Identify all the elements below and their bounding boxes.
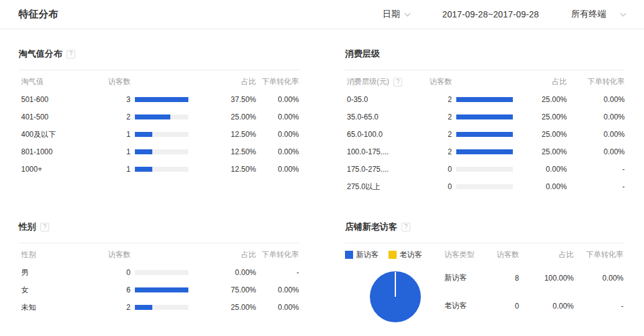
table-body: 男 0 0.00% - 女 6 75.00% 0.00% 未知 2 <box>19 264 299 316</box>
column-header-ratio: 占比 <box>519 250 574 260</box>
conversion-value: 0.00% <box>567 113 625 121</box>
conversion-value: - <box>567 182 625 191</box>
bar-cell <box>131 167 188 172</box>
bar-fill <box>135 167 152 172</box>
visitor-count: 8 <box>488 274 519 282</box>
bar-cell <box>131 97 188 102</box>
help-icon[interactable]: ? <box>393 78 402 86</box>
bar-track <box>456 184 513 189</box>
help-icon[interactable]: ? <box>402 223 410 231</box>
date-filter-dropdown[interactable]: 日期 <box>382 9 410 20</box>
row-label: 1000+ <box>21 165 96 174</box>
panels-grid: 淘气值分布 ? 淘气值 访客数 占比 下单转化率 501-600 3 37.50… <box>0 29 644 322</box>
bar-track <box>135 270 188 275</box>
row-label: 401-500 <box>21 113 96 121</box>
panel-taoqi-distribution: 淘气值分布 ? 淘气值 访客数 占比 下单转化率 501-600 3 37.50… <box>19 48 299 178</box>
bar-cell <box>452 167 513 172</box>
ratio-value: 0.00% <box>519 302 574 310</box>
bar-cell <box>452 184 513 189</box>
table-row: 女 6 75.00% 0.00% <box>19 281 299 299</box>
conversion-value: 0.00% <box>256 113 299 121</box>
visitor-count: 0 <box>415 182 452 191</box>
panel-title: 店铺新老访客 <box>345 222 397 233</box>
table-row: 275.0以上 0 0.00% - <box>345 178 625 195</box>
bar-fill <box>456 114 513 119</box>
chevron-down-icon <box>405 11 411 17</box>
ratio-value: 25.00% <box>513 113 567 121</box>
conversion-value: - <box>256 268 299 277</box>
legend-label-new: 新访客 <box>356 250 379 260</box>
conversion-value: 0.00% <box>256 95 299 104</box>
row-label: 0-35.0 <box>347 95 415 104</box>
table-body: 0-35.0 2 25.00% 0.00% 35.0-65.0 2 25.00%… <box>345 91 625 195</box>
header-controls: 日期 2017-09-28~2017-09-28 所有终端 <box>382 9 625 20</box>
ratio-value: 25.00% <box>188 303 256 312</box>
table-row: 501-600 3 37.50% 0.00% <box>19 91 299 108</box>
row-label: 801-1000 <box>21 147 96 156</box>
row-label: 65.0-100.0 <box>347 130 415 139</box>
bar-fill <box>135 305 152 310</box>
bar-cell <box>131 149 188 154</box>
conversion-value: 0.00% <box>256 130 299 139</box>
bar-fill <box>135 114 170 119</box>
bar-track <box>135 167 188 172</box>
date-range-picker[interactable]: 2017-09-28~2017-09-28 <box>442 9 539 19</box>
table-row: 男 0 0.00% - <box>19 264 299 281</box>
panel-header: 淘气值分布 ? <box>19 48 299 60</box>
ratio-value: 0.00% <box>513 182 567 191</box>
help-icon[interactable]: ? <box>40 223 49 231</box>
page-title: 特征分布 <box>19 8 58 21</box>
visitor-count: 2 <box>96 303 131 312</box>
bar-fill <box>135 149 152 154</box>
visitor-table-body: 新访客 8 100.00% 0.00% 老访客 0 0.00% - <box>444 264 625 322</box>
column-header-visitors: 访客数 <box>488 250 519 260</box>
legend-item-old: 老访客 <box>389 250 422 260</box>
bar-cell <box>452 97 513 102</box>
panel-header: 店铺新老访客 ? <box>345 221 625 233</box>
ratio-value: 25.00% <box>188 113 256 121</box>
column-header-ratio: 占比 <box>188 77 256 87</box>
table-row: 175.0-275.... 0 0.00% - <box>345 161 625 178</box>
table-row: 35.0-65.0 2 25.00% 0.00% <box>345 108 625 126</box>
terminal-filter-dropdown[interactable]: 所有终端 <box>571 9 606 20</box>
panel-header: 性别 ? <box>19 221 299 233</box>
column-header-label: 消费层级(元) <box>347 77 389 86</box>
visitor-panel-body: 新访客 8 100.00% 0.00% 老访客 0 0.00% - <box>345 264 625 322</box>
bar-cell <box>452 149 513 154</box>
table-row: 801-1000 1 12.50% 0.00% <box>19 143 299 161</box>
visitor-count: 1 <box>96 147 131 156</box>
bar-fill <box>456 132 513 137</box>
column-header-gender: 性别 <box>21 250 96 260</box>
row-label: 100.0-175.... <box>347 147 415 156</box>
chevron-down-icon[interactable] <box>620 11 627 17</box>
conversion-value: 0.00% <box>256 303 299 312</box>
divider <box>345 70 625 70</box>
panel-consume-level: 消费层级 消费层级(元)? 访客数 占比 下单转化率 0-35.0 2 25.0… <box>345 48 625 195</box>
row-label: 275.0以上 <box>347 182 415 192</box>
table-header-row: 消费层级(元)? 访客数 占比 下单转化率 <box>345 72 625 91</box>
ratio-value: 25.00% <box>513 147 567 156</box>
bar-track <box>135 97 188 102</box>
visitor-count: 6 <box>96 286 131 294</box>
ratio-value: 75.00% <box>188 286 256 294</box>
bar-track <box>135 132 188 137</box>
bar-cell <box>131 270 188 275</box>
conversion-value: 0.00% <box>567 95 625 104</box>
conversion-value: 0.00% <box>574 274 623 282</box>
ratio-value: 25.00% <box>513 95 567 104</box>
bar-track <box>456 132 513 137</box>
column-header-visitor-type: 访客类型 <box>444 250 488 260</box>
bar-fill <box>456 149 513 154</box>
panel-title: 淘气值分布 <box>19 49 62 60</box>
row-label: 女 <box>21 285 96 296</box>
bar-track <box>456 97 513 102</box>
column-header-consume-level: 消费层级(元)? <box>347 77 415 87</box>
bar-track <box>135 114 188 119</box>
terminal-filter-label: 所有终端 <box>571 9 606 20</box>
table-row: 未知 2 25.00% 0.00% <box>19 299 299 316</box>
row-label: 400及以下 <box>21 129 96 140</box>
bar-cell <box>452 132 513 137</box>
help-icon[interactable]: ? <box>67 50 75 58</box>
ratio-value: 25.00% <box>513 130 567 139</box>
panel-gender: 性别 ? 性别 访客数 占比 下单转化率 男 0 0.00% - 女 6 <box>19 221 299 316</box>
